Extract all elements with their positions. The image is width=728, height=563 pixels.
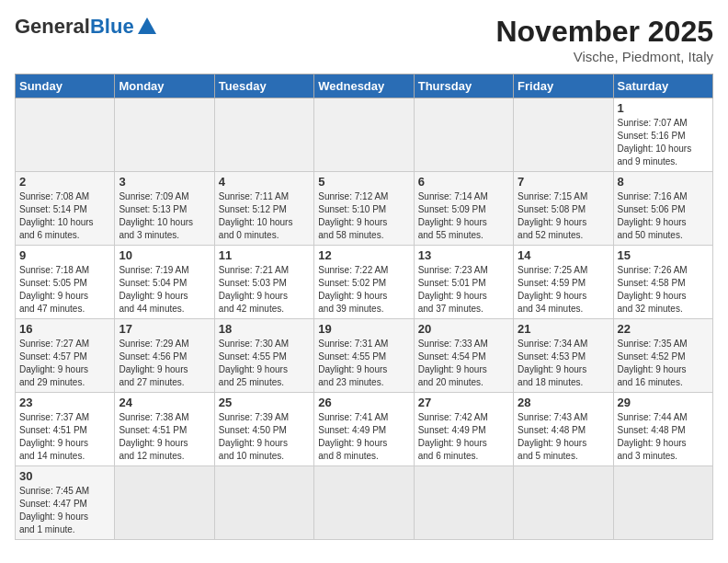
day-number: 13: [418, 248, 509, 262]
day-cell: [214, 466, 313, 540]
day-number: 22: [618, 322, 709, 336]
week-row-1: 1Sunrise: 7:07 AM Sunset: 5:16 PM Daylig…: [16, 98, 713, 172]
weekday-header-friday: Friday: [514, 75, 613, 98]
day-info: Sunrise: 7:29 AM Sunset: 4:56 PM Dayligh…: [119, 338, 210, 389]
day-cell: [16, 98, 115, 172]
day-info: Sunrise: 7:38 AM Sunset: 4:51 PM Dayligh…: [119, 411, 210, 463]
day-number: 14: [518, 248, 609, 262]
day-cell: [115, 98, 214, 172]
day-info: Sunrise: 7:14 AM Sunset: 5:09 PM Dayligh…: [418, 190, 509, 242]
day-number: 30: [19, 469, 110, 483]
weekday-header-wednesday: Wednesday: [314, 75, 414, 98]
day-info: Sunrise: 7:34 AM Sunset: 4:53 PM Dayligh…: [518, 338, 609, 389]
day-cell: 30Sunrise: 7:45 AM Sunset: 4:47 PM Dayli…: [16, 466, 115, 540]
day-cell: [613, 466, 712, 540]
day-number: 29: [618, 396, 709, 409]
day-number: 19: [318, 322, 409, 336]
day-cell: 14Sunrise: 7:25 AM Sunset: 4:59 PM Dayli…: [514, 246, 613, 319]
day-info: Sunrise: 7:16 AM Sunset: 5:06 PM Dayligh…: [618, 190, 709, 242]
day-cell: 28Sunrise: 7:43 AM Sunset: 4:48 PM Dayli…: [514, 393, 613, 466]
day-info: Sunrise: 7:30 AM Sunset: 4:55 PM Dayligh…: [219, 338, 310, 389]
weekday-header-saturday: Saturday: [613, 75, 712, 98]
day-cell: 17Sunrise: 7:29 AM Sunset: 4:56 PM Dayli…: [115, 319, 214, 393]
day-info: Sunrise: 7:26 AM Sunset: 4:58 PM Dayligh…: [618, 264, 709, 316]
day-cell: 9Sunrise: 7:18 AM Sunset: 5:05 PM Daylig…: [16, 246, 115, 319]
day-cell: 16Sunrise: 7:27 AM Sunset: 4:57 PM Dayli…: [16, 319, 115, 393]
day-number: 28: [518, 396, 609, 409]
day-cell: 3Sunrise: 7:09 AM Sunset: 5:13 PM Daylig…: [115, 172, 214, 246]
title-block: November 2025 Vische, Piedmont, Italy: [495, 15, 713, 64]
day-cell: 1Sunrise: 7:07 AM Sunset: 5:16 PM Daylig…: [613, 98, 712, 172]
day-number: 2: [19, 175, 110, 189]
day-info: Sunrise: 7:42 AM Sunset: 4:49 PM Dayligh…: [418, 411, 509, 463]
day-info: Sunrise: 7:27 AM Sunset: 4:57 PM Dayligh…: [19, 338, 110, 389]
day-cell: 23Sunrise: 7:37 AM Sunset: 4:51 PM Dayli…: [16, 393, 115, 466]
day-cell: 19Sunrise: 7:31 AM Sunset: 4:55 PM Dayli…: [314, 319, 414, 393]
day-info: Sunrise: 7:41 AM Sunset: 4:49 PM Dayligh…: [318, 411, 409, 463]
day-number: 18: [219, 322, 310, 336]
logo-triangle-icon: [138, 17, 156, 34]
logo-general-text: General: [15, 15, 90, 39]
day-cell: 25Sunrise: 7:39 AM Sunset: 4:50 PM Dayli…: [214, 393, 313, 466]
weekday-header-row: SundayMondayTuesdayWednesdayThursdayFrid…: [16, 75, 713, 98]
day-cell: [314, 98, 414, 172]
day-cell: [115, 466, 214, 540]
day-number: 21: [518, 322, 609, 336]
day-info: Sunrise: 7:35 AM Sunset: 4:52 PM Dayligh…: [618, 338, 709, 389]
day-cell: 12Sunrise: 7:22 AM Sunset: 5:02 PM Dayli…: [314, 246, 414, 319]
month-title: November 2025: [495, 15, 713, 49]
day-cell: [314, 466, 414, 540]
week-row-2: 2Sunrise: 7:08 AM Sunset: 5:14 PM Daylig…: [16, 172, 713, 246]
day-cell: 22Sunrise: 7:35 AM Sunset: 4:52 PM Dayli…: [613, 319, 712, 393]
day-info: Sunrise: 7:31 AM Sunset: 4:55 PM Dayligh…: [318, 338, 409, 389]
day-number: 15: [618, 248, 709, 262]
day-number: 26: [318, 396, 409, 409]
weekday-header-sunday: Sunday: [16, 75, 115, 98]
day-cell: 21Sunrise: 7:34 AM Sunset: 4:53 PM Dayli…: [514, 319, 613, 393]
day-cell: 29Sunrise: 7:44 AM Sunset: 4:48 PM Dayli…: [613, 393, 712, 466]
day-number: 17: [119, 322, 210, 336]
week-row-3: 9Sunrise: 7:18 AM Sunset: 5:05 PM Daylig…: [16, 246, 713, 319]
day-number: 12: [318, 248, 409, 262]
day-info: Sunrise: 7:45 AM Sunset: 4:47 PM Dayligh…: [19, 485, 110, 536]
calendar-table: SundayMondayTuesdayWednesdayThursdayFrid…: [15, 74, 713, 540]
day-cell: [414, 466, 513, 540]
day-number: 7: [518, 175, 609, 189]
day-cell: 10Sunrise: 7:19 AM Sunset: 5:04 PM Dayli…: [115, 246, 214, 319]
day-info: Sunrise: 7:19 AM Sunset: 5:04 PM Dayligh…: [119, 264, 210, 316]
day-cell: [514, 98, 613, 172]
day-info: Sunrise: 7:43 AM Sunset: 4:48 PM Dayligh…: [518, 411, 609, 463]
day-cell: 18Sunrise: 7:30 AM Sunset: 4:55 PM Dayli…: [214, 319, 313, 393]
day-number: 25: [219, 396, 310, 409]
week-row-6: 30Sunrise: 7:45 AM Sunset: 4:47 PM Dayli…: [16, 466, 713, 540]
week-row-4: 16Sunrise: 7:27 AM Sunset: 4:57 PM Dayli…: [16, 319, 713, 393]
day-info: Sunrise: 7:07 AM Sunset: 5:16 PM Dayligh…: [618, 117, 709, 168]
day-cell: [214, 98, 313, 172]
logo: General Blue: [15, 15, 156, 39]
day-number: 20: [418, 322, 509, 336]
day-info: Sunrise: 7:22 AM Sunset: 5:02 PM Dayligh…: [318, 264, 409, 316]
day-info: Sunrise: 7:15 AM Sunset: 5:08 PM Dayligh…: [518, 190, 609, 242]
weekday-header-monday: Monday: [115, 75, 214, 98]
day-number: 11: [219, 248, 310, 262]
day-info: Sunrise: 7:11 AM Sunset: 5:12 PM Dayligh…: [219, 190, 310, 242]
day-cell: 20Sunrise: 7:33 AM Sunset: 4:54 PM Dayli…: [414, 319, 513, 393]
weekday-header-tuesday: Tuesday: [214, 75, 313, 98]
day-info: Sunrise: 7:39 AM Sunset: 4:50 PM Dayligh…: [219, 411, 310, 463]
day-cell: 5Sunrise: 7:12 AM Sunset: 5:10 PM Daylig…: [314, 172, 414, 246]
day-cell: 7Sunrise: 7:15 AM Sunset: 5:08 PM Daylig…: [514, 172, 613, 246]
day-cell: 8Sunrise: 7:16 AM Sunset: 5:06 PM Daylig…: [613, 172, 712, 246]
day-info: Sunrise: 7:09 AM Sunset: 5:13 PM Dayligh…: [119, 190, 210, 242]
day-number: 5: [318, 175, 409, 189]
day-cell: 13Sunrise: 7:23 AM Sunset: 5:01 PM Dayli…: [414, 246, 513, 319]
logo-blue-text: Blue: [90, 15, 134, 39]
day-cell: [514, 466, 613, 540]
day-info: Sunrise: 7:44 AM Sunset: 4:48 PM Dayligh…: [618, 411, 709, 463]
day-number: 27: [418, 396, 509, 409]
day-info: Sunrise: 7:21 AM Sunset: 5:03 PM Dayligh…: [219, 264, 310, 316]
day-number: 3: [119, 175, 210, 189]
day-cell: 26Sunrise: 7:41 AM Sunset: 4:49 PM Dayli…: [314, 393, 414, 466]
day-info: Sunrise: 7:08 AM Sunset: 5:14 PM Dayligh…: [19, 190, 110, 242]
day-info: Sunrise: 7:25 AM Sunset: 4:59 PM Dayligh…: [518, 264, 609, 316]
day-number: 16: [19, 322, 110, 336]
